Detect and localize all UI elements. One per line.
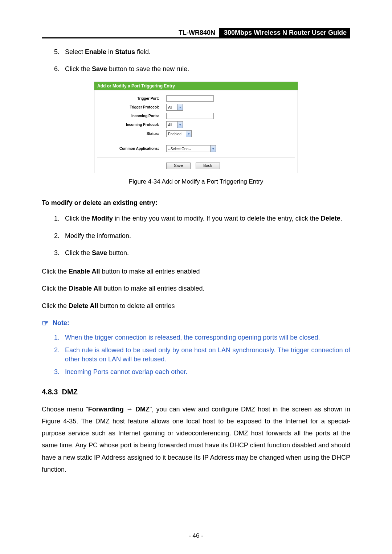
page: TL-WR840N300Mbps Wireless N Router User …: [0, 0, 392, 554]
mod-step-3: 3. Click the Save button.: [42, 249, 350, 258]
panel-title: Add or Modify a Port Triggering Entry: [94, 82, 298, 90]
step-number: 1.: [54, 333, 65, 342]
dmz-paragraph: Choose menu "Forwarding → DMZ", you can …: [42, 403, 350, 476]
mod-step-1: 1. Click the Modify in the entry you wan…: [42, 214, 350, 223]
incoming-protocol-select[interactable]: All ▾: [166, 121, 183, 128]
note-label: Note:: [53, 319, 69, 327]
select-value: All: [167, 122, 177, 128]
row-incoming-protocol: Incoming Protocol: All ▾: [97, 121, 295, 128]
row-trigger-port: Trigger Port:: [97, 95, 295, 102]
figure-screenshot: Add or Modify a Port Triggering Entry Tr…: [94, 82, 298, 173]
step-text: Modify the information.: [65, 231, 350, 241]
row-incoming-ports: Incoming Ports:: [97, 113, 295, 119]
label-status: Status:: [97, 132, 166, 136]
trigger-protocol-select[interactable]: All ▾: [166, 104, 183, 111]
pointing-hand-icon: ☞: [42, 319, 49, 328]
select-value: --Select One--: [167, 145, 210, 152]
step-text: Each rule is allowed to be used only by …: [65, 346, 350, 364]
label-trigger-port: Trigger Port:: [97, 97, 166, 100]
step-text: Click the Save button to save the new ru…: [65, 65, 350, 74]
input-wrap: [166, 95, 214, 102]
step-number: 6.: [54, 65, 65, 74]
spacer: [97, 139, 295, 145]
note-list: 1. When the trigger connection is releas…: [42, 333, 350, 377]
label-common-apps: Common Applications:: [97, 147, 166, 151]
row-trigger-protocol: Trigger Protocol: All ▾: [97, 104, 295, 111]
step-number: 2.: [54, 231, 65, 241]
button-row: Save Back: [97, 157, 295, 169]
select-wrap: All ▾: [166, 121, 183, 128]
select-value: Enabled: [167, 131, 186, 137]
step-number: 5.: [54, 48, 65, 57]
select-wrap: Enabled ▾: [166, 130, 192, 137]
bulk-delete-all: Click the Delete All button to delete al…: [42, 300, 350, 312]
back-button[interactable]: Back: [196, 163, 220, 169]
select-value: All: [167, 104, 177, 110]
mod-step-2: 2. Modify the information.: [42, 231, 350, 241]
section-number: 4.8.3: [42, 388, 58, 396]
select-wrap: All ▾: [166, 104, 183, 111]
step-text: Click the Save button.: [65, 249, 350, 258]
step-text: When the trigger connection is released,…: [65, 333, 350, 342]
bulk-disable-all: Click the Disable All button to make all…: [42, 283, 350, 295]
page-header: TL-WR840N300Mbps Wireless N Router User …: [42, 29, 350, 38]
note-item-3: 3. Incoming Ports cannot overlap each ot…: [42, 368, 350, 377]
common-apps-select[interactable]: --Select One-- ▾: [166, 145, 216, 152]
step-text: Incoming Ports cannot overlap each other…: [65, 368, 350, 377]
step-text: Click the Modify in the entry you want t…: [65, 214, 350, 223]
guide-title: 300Mbps Wireless N Router User Guide: [219, 28, 350, 37]
step-6: 6. Click the Save button to save the new…: [42, 65, 350, 74]
row-status: Status: Enabled ▾: [97, 130, 295, 137]
note-header: ☞ Note:: [42, 319, 350, 328]
label-incoming-protocol: Incoming Protocol:: [97, 123, 166, 127]
bulk-enable-all: Click the Enable All button to make all …: [42, 266, 350, 278]
step-number: 1.: [54, 214, 65, 223]
step-text: Select Enable in Status field.: [65, 48, 350, 57]
note-item-1: 1. When the trigger connection is releas…: [42, 333, 350, 342]
section-heading: 4.8.3 DMZ: [42, 388, 350, 396]
panel-body: Trigger Port: Trigger Protocol: All ▾ In…: [94, 90, 298, 173]
input-wrap: [166, 113, 214, 119]
trigger-port-input[interactable]: [166, 95, 214, 102]
save-button[interactable]: Save: [166, 163, 191, 169]
status-select[interactable]: Enabled ▾: [166, 130, 192, 137]
label-trigger-protocol: Trigger Protocol:: [97, 105, 166, 109]
step-number: 3.: [54, 249, 65, 258]
step-number: 2.: [54, 346, 65, 364]
select-wrap: --Select One-- ▾: [166, 145, 216, 152]
section-title: DMZ: [62, 388, 78, 396]
product-model: TL-WR840N: [175, 28, 219, 37]
modify-heading: To modify or delete an existing entry:: [42, 199, 350, 207]
step-5: 5. Select Enable in Status field.: [42, 48, 350, 57]
figure-caption: Figure 4-34 Add or Modify a Port Trigger…: [42, 178, 350, 185]
chevron-down-icon: ▾: [177, 122, 183, 128]
label-incoming-ports: Incoming Ports:: [97, 114, 166, 118]
page-number: - 46 -: [0, 532, 392, 539]
note-item-2: 2. Each rule is allowed to be used only …: [42, 346, 350, 364]
chevron-down-icon: ▾: [210, 145, 216, 152]
chevron-down-icon: ▾: [177, 104, 183, 110]
row-common-apps: Common Applications: --Select One-- ▾: [97, 145, 295, 152]
step-number: 3.: [54, 368, 65, 377]
incoming-ports-input[interactable]: [166, 113, 214, 119]
chevron-down-icon: ▾: [186, 131, 191, 137]
